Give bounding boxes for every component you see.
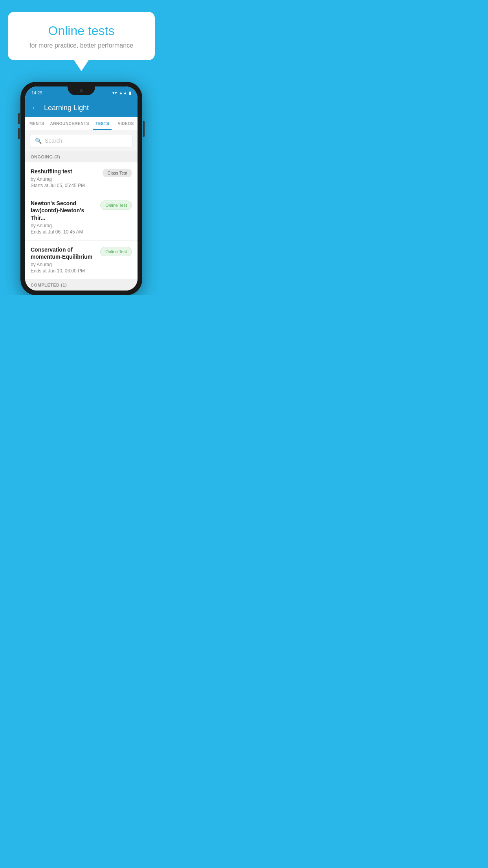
test-author-3: by Anurag — [31, 262, 96, 267]
phone-screen: 14:29 ▾▾ ▲▲ ▮ ← Learning Light MENTS — [25, 86, 138, 291]
test-item-conservation[interactable]: Conservation of momentum-Equilibrium by … — [25, 241, 138, 280]
tab-bar: MENTS ANNOUNCEMENTS TESTS VIDEOS — [25, 117, 138, 130]
test-info-2: Newton's Second law(contd)-Newton's Thir… — [31, 200, 96, 235]
wifi-icon: ▾▾ — [112, 90, 117, 96]
status-time: 14:29 — [31, 90, 42, 95]
tab-announcements[interactable]: ANNOUNCEMENTS — [49, 117, 91, 130]
test-info-1: Reshuffling test by Anurag Starts at Jul… — [31, 168, 99, 188]
test-name-2: Newton's Second law(contd)-Newton's Thir… — [31, 200, 96, 221]
battery-icon: ▮ — [129, 90, 131, 96]
app-header: ← Learning Light — [25, 99, 138, 117]
test-item-reshuffling[interactable]: Reshuffling test by Anurag Starts at Jul… — [25, 162, 138, 194]
test-date-3: Ends at Jun 10, 06:00 PM — [31, 268, 96, 274]
status-icons: ▾▾ ▲▲ ▮ — [112, 90, 131, 96]
app-title: Learning Light — [44, 104, 89, 112]
back-button[interactable]: ← — [31, 104, 39, 112]
test-info-3: Conservation of momentum-Equilibrium by … — [31, 246, 96, 274]
section-ongoing-header: ONGOING (3) — [25, 151, 138, 162]
test-badge-1: Class Test — [103, 169, 132, 177]
test-badge-2: Online Test — [100, 200, 132, 210]
test-name-1: Reshuffling test — [31, 168, 99, 175]
test-date-1: Starts at Jul 05, 05:45 PM — [31, 183, 99, 188]
test-name-3: Conservation of momentum-Equilibrium — [31, 246, 96, 260]
signal-icon: ▲▲ — [119, 90, 127, 95]
search-input-wrapper[interactable]: 🔍 Search — [30, 134, 133, 147]
search-placeholder: Search — [45, 138, 62, 144]
volume-up-button — [18, 113, 20, 124]
status-bar: 14:29 ▾▾ ▲▲ ▮ — [25, 86, 138, 99]
test-author-2: by Anurag — [31, 223, 96, 228]
notch — [68, 86, 95, 95]
phone-mockup: 14:29 ▾▾ ▲▲ ▮ ← Learning Light MENTS — [20, 82, 142, 295]
promo-bubble: Online tests for more practice, better p… — [8, 12, 155, 60]
bubble-subtitle: for more practice, better performance — [24, 42, 139, 49]
section-completed-header: COMPLETED (1) — [25, 280, 138, 291]
phone-frame: 14:29 ▾▾ ▲▲ ▮ ← Learning Light MENTS — [20, 82, 142, 295]
camera — [80, 89, 83, 92]
tab-videos[interactable]: VIDEOS — [114, 117, 138, 130]
test-item-newton[interactable]: Newton's Second law(contd)-Newton's Thir… — [25, 194, 138, 241]
test-badge-3: Online Test — [100, 247, 132, 256]
power-button — [143, 121, 145, 137]
test-author-1: by Anurag — [31, 177, 99, 182]
tab-ments[interactable]: MENTS — [25, 117, 49, 130]
tab-tests[interactable]: TESTS — [91, 117, 114, 130]
search-container: 🔍 Search — [25, 130, 138, 151]
search-icon: 🔍 — [35, 138, 42, 144]
test-date-2: Ends at Jul 06, 10:45 AM — [31, 229, 96, 235]
bubble-title: Online tests — [24, 24, 139, 38]
volume-down-button — [18, 128, 20, 139]
